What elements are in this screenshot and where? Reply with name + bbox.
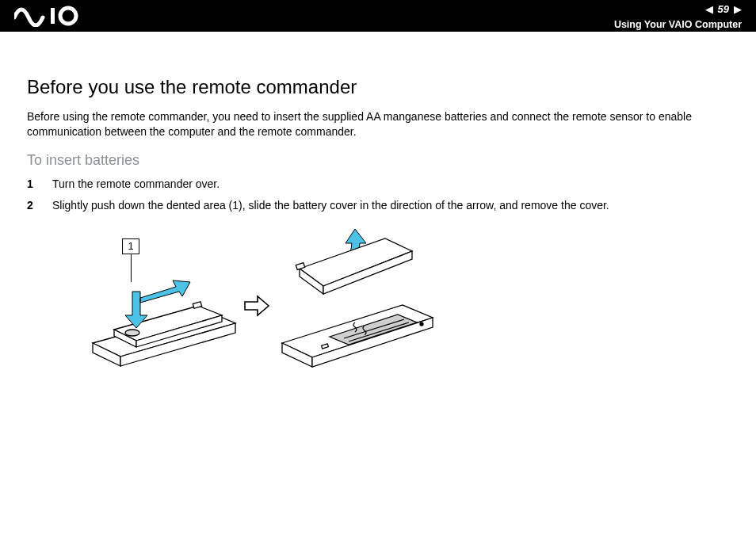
page-header: ◀ 59 ▶ Using Your VAIO Computer: [0, 0, 756, 32]
step-text: Slightly push down the dented area (1), …: [52, 198, 609, 213]
svg-point-21: [420, 322, 423, 326]
page-body: Before you use the remote commander Befo…: [0, 32, 756, 375]
battery-cover-figure: 1: [89, 224, 430, 375]
page-number: 59: [718, 3, 729, 15]
remote-cover-removed-illustration: [277, 224, 436, 375]
step-number: 2: [27, 198, 38, 213]
page-nav: ◀ 59 ▶: [705, 3, 742, 15]
section-breadcrumb: Using Your VAIO Computer: [614, 19, 742, 30]
nav-next-icon[interactable]: ▶: [734, 4, 742, 14]
subheading: To insert batteries: [27, 152, 729, 169]
remote-cover-closed-illustration: [89, 268, 239, 371]
manual-page: ◀ 59 ▶ Using Your VAIO Computer Before y…: [0, 0, 756, 534]
nav-prev-icon[interactable]: ◀: [705, 4, 713, 14]
step-number: 1: [27, 177, 38, 192]
svg-rect-0: [51, 8, 55, 24]
page-title: Before you use the remote commander: [27, 76, 729, 98]
svg-point-1: [60, 8, 76, 24]
step-text: Turn the remote commander over.: [52, 177, 220, 192]
steps-list: 1 Turn the remote commander over. 2 Slig…: [27, 177, 729, 213]
intro-paragraph: Before using the remote commander, you n…: [27, 109, 729, 139]
list-item: 1 Turn the remote commander over.: [27, 177, 729, 192]
figure-callout-1: 1: [122, 238, 139, 254]
list-item: 2 Slightly push down the dented area (1)…: [27, 198, 729, 213]
vaio-logo: [14, 5, 84, 27]
svg-point-8: [125, 330, 139, 336]
sequence-arrow-icon: [243, 294, 270, 318]
